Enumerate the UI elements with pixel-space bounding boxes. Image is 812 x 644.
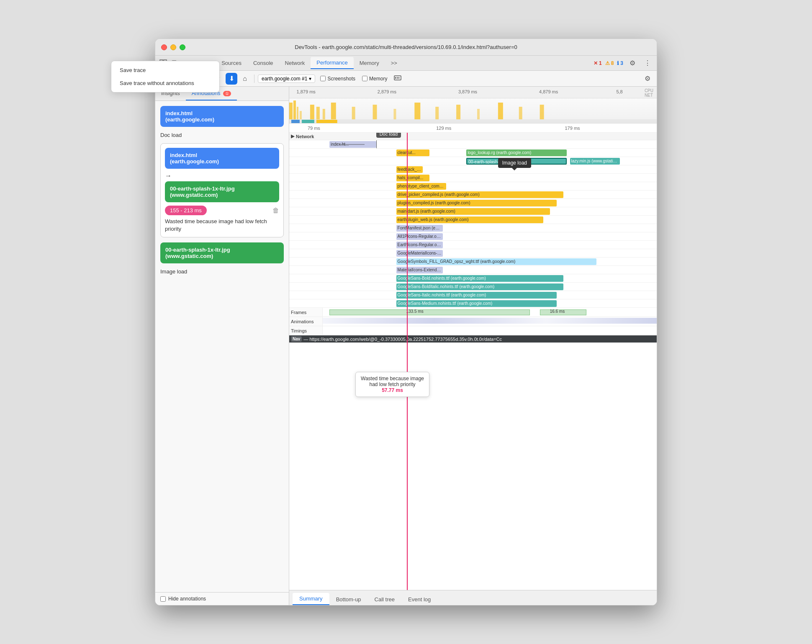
error-badge-red[interactable]: ✕ 1 [594, 60, 602, 66]
tab-more[interactable]: >> [385, 57, 403, 69]
row-bars-all1picons: All1PIcons-Regular.otf (earth.... [323, 232, 657, 240]
bar-phenotype[interactable]: phenotype_client_compiled... [396, 183, 447, 190]
tab-event-log[interactable]: Event log [401, 594, 437, 605]
bar-all1picons[interactable]: All1PIcons-Regular.otf (earth.... [396, 233, 443, 240]
network-row-earthplugin[interactable]: earthplugin_web.js (earth.google.com) [289, 216, 657, 224]
network-row-gsmedium[interactable]: GoogleSans-Medium.nohints.ttf (earth.goo… [289, 299, 657, 308]
network-row-feedback[interactable]: feedback_c... [289, 165, 657, 174]
close-button[interactable] [161, 44, 167, 50]
dropdown-save-trace-no-annotations[interactable]: Save trace without annotations [155, 77, 219, 90]
annotation-card-splash-2[interactable]: 00-earth-splash-1x-ltr.jpg(www.gstatic.c… [160, 242, 284, 263]
network-row-hats[interactable]: hats_compil... [289, 174, 657, 182]
minimize-button[interactable] [170, 44, 176, 50]
row-bars-gsmedium: GoogleSans-Medium.nohints.ttf (earth.goo… [323, 299, 657, 307]
tab-console[interactable]: Console [247, 57, 279, 69]
bar-clearcut[interactable]: clearcut... [396, 149, 430, 156]
network-header[interactable]: ▶ Network [289, 133, 657, 140]
row-bars-drive: drive_picker_compiled.js (earth.google.c… [323, 191, 657, 198]
info-icon: ℹ [617, 60, 619, 66]
network-row-gsymbols[interactable]: GoogleSymbols_FILL_GRAD_opsz_wght.ttf (e… [289, 258, 657, 266]
url-selector[interactable]: earth.google.com #1 ▾ [258, 75, 315, 83]
dropdown-save-trace[interactable]: Save trace [155, 64, 219, 77]
bar-lazyjs[interactable]: lazy.min.js (www.gstatic.com) [570, 158, 620, 165]
network-row-earthicons[interactable]: EarthIcons-Regular.otf (earth... [289, 241, 657, 249]
network-row-gmaterial[interactable]: GoogleMaterialIcons-Regular... [289, 249, 657, 258]
error-badge-yellow[interactable]: ⚠ 8 [605, 60, 614, 66]
network-row-fontmanifest[interactable]: FontManifest.json (earth.goo... [289, 224, 657, 232]
tab-call-tree[interactable]: Call tree [368, 594, 401, 605]
bar-maindart[interactable]: main.dart.js (earth.google.com) [396, 208, 550, 215]
left-panel: Insights Annotations ① index.html(earth.… [155, 87, 289, 605]
bar-logo[interactable]: logo_lookup.rg (earth.google.com) [466, 149, 566, 156]
network-row-plugins[interactable]: plugins_compiled.js (earth.google.com) [289, 199, 657, 207]
doc-load-annotation: Doc load [376, 133, 401, 138]
network-row-gsbold[interactable]: GoogleSans-Bold.nohints.ttf (earth.googl… [289, 274, 657, 283]
bar-feedback[interactable]: feedback_c... [396, 166, 423, 173]
chevron-down-icon: ▾ [309, 76, 311, 82]
network-row-1[interactable]: index.ht... Doc load [289, 140, 657, 149]
tab-summary[interactable]: Summary [293, 593, 329, 605]
annotation-card-index-2[interactable]: index.html(earth.google.com) [165, 148, 279, 169]
memory-checkbox-label[interactable]: Memory [362, 76, 387, 82]
annotations-badge: ① [223, 91, 231, 96]
network-row-drive[interactable]: drive_picker_compiled.js (earth.google.c… [289, 191, 657, 199]
home-button[interactable]: ⌂ [239, 73, 251, 85]
bar-gsitalic[interactable]: GoogleSans-Italic.nohints.ttf (earth.goo… [396, 292, 557, 299]
row-bars-gsbold: GoogleSans-Bold.nohints.ttf (earth.googl… [323, 274, 657, 282]
annotation-card-splash[interactable]: 00-earth-splash-1x-ltr.jpg(www.gstatic.c… [165, 181, 279, 202]
bar-gsbold[interactable]: GoogleSans-Bold.nohints.ttf (earth.googl… [396, 275, 563, 282]
bar-hats[interactable]: hats_compil... [396, 175, 430, 181]
net-label: NET [645, 93, 653, 98]
error-badge-blue[interactable]: ℹ 3 [617, 60, 623, 66]
animations-label: Animations [289, 317, 323, 326]
nav-tag: Nav [291, 336, 302, 342]
screenshots-checkbox-label[interactable]: Screenshots [320, 76, 355, 82]
bar-drive[interactable]: drive_picker_compiled.js (earth.google.c… [396, 191, 563, 198]
network-row-gsbolditalic[interactable]: GoogleSans-BoldItalic.nohints.ttf (earth… [289, 283, 657, 291]
network-row-splash[interactable]: 00-earth-splash-1x-ltr.jpg (w... lazy.mi… [289, 157, 657, 165]
tab-performance[interactable]: Performance [311, 57, 353, 69]
time-range-badge: 155 - 213 ms [165, 206, 207, 215]
tab-network[interactable]: Network [279, 57, 311, 69]
bar-gmaterial[interactable]: GoogleMaterialIcons-Regular... [396, 250, 443, 257]
annotation-card-index-1[interactable]: index.html(earth.google.com) [160, 106, 284, 127]
row-bars-earthplugin: earthplugin_web.js (earth.google.com) [323, 216, 657, 224]
row-bars-earthicons: EarthIcons-Regular.otf (earth... [323, 241, 657, 249]
performance-settings-button[interactable]: ⚙ [642, 73, 653, 85]
download-button[interactable]: ⬇ [226, 73, 237, 85]
network-row-materialext[interactable]: MaterialIcons-Extended.ttf (e... [289, 266, 657, 274]
bar-plugins[interactable]: plugins_compiled.js (earth.google.com) [396, 200, 557, 206]
row-bars-materialext: MaterialIcons-Extended.ttf (e... [323, 266, 657, 274]
bar-earthplugin[interactable]: earthplugin_web.js (earth.google.com) [396, 216, 543, 223]
maximize-button[interactable] [180, 44, 185, 50]
bar-earthicons[interactable]: EarthIcons-Regular.otf (earth... [396, 242, 443, 248]
more-options-button[interactable]: ⋮ [642, 57, 653, 69]
bar-fontmanifest[interactable]: FontManifest.json (earth.goo... [396, 225, 443, 232]
settings-button[interactable]: ⚙ [627, 57, 638, 69]
row-bars-plugins: plugins_compiled.js (earth.google.com) [323, 199, 657, 207]
svg-rect-29 [289, 119, 657, 124]
tab-memory[interactable]: Memory [354, 57, 385, 69]
screenshots-checkbox[interactable] [320, 76, 326, 81]
main-tab-bar: Elements Sources Console Network Perform… [155, 56, 657, 71]
network-row-clearcut[interactable]: clearcut... logo_lookup.rg (earth.google… [289, 149, 657, 157]
memory-checkbox[interactable] [362, 76, 367, 81]
frame-time-2: 16.6 ms [550, 309, 565, 314]
network-row-gsitalic[interactable]: GoogleSans-Italic.nohints.ttf (earth.goo… [289, 291, 657, 299]
bar-splash[interactable]: 00-earth-splash-1x-ltr.jpg (w... [466, 158, 566, 165]
hide-annotations-checkbox[interactable] [160, 596, 166, 602]
svg-rect-9 [397, 77, 398, 79]
tab-sources[interactable]: Sources [216, 57, 247, 69]
timeline-ruler-main: 1,879 ms 2,879 ms 3,879 ms 4,879 ms 5,8 … [289, 87, 657, 98]
row-bars-gsbolditalic: GoogleSans-BoldItalic.nohints.ttf (earth… [323, 283, 657, 291]
tab-bottom-up[interactable]: Bottom-up [329, 594, 368, 605]
bottom-tabs: Summary Bottom-up Call tree Event log [289, 590, 657, 605]
network-row-maindart[interactable]: main.dart.js (earth.google.com) [289, 207, 657, 216]
delete-icon[interactable]: 🗑 [272, 207, 279, 214]
network-row-phenotype[interactable]: phenotype_client_compiled... [289, 182, 657, 191]
bar-gsmedium[interactable]: GoogleSans-Medium.nohints.ttf (earth.goo… [396, 300, 557, 307]
network-row-all1picons[interactable]: All1PIcons-Regular.otf (earth.... [289, 232, 657, 241]
bar-gsymbols[interactable]: GoogleSymbols_FILL_GRAD_opsz_wght.ttf (e… [396, 258, 597, 265]
bar-materialext[interactable]: MaterialIcons-Extended.ttf (e... [396, 267, 443, 273]
bar-gsbolditalic[interactable]: GoogleSans-BoldItalic.nohints.ttf (earth… [396, 283, 563, 290]
